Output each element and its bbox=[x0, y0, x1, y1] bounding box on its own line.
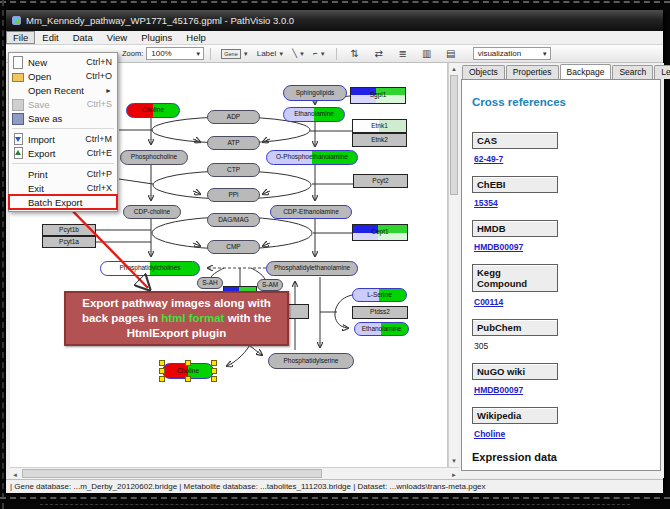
selection-handle[interactable] bbox=[211, 368, 217, 374]
selection-handle[interactable] bbox=[159, 376, 165, 382]
visualization-combobox[interactable]: visualization ▼ bbox=[473, 47, 551, 60]
cross-reference-section: ChEBI15354 bbox=[472, 176, 650, 208]
app-icon bbox=[12, 16, 21, 25]
menu-item-export[interactable]: ExportCtrl+E bbox=[9, 146, 117, 160]
menubar-item-help[interactable]: Help bbox=[179, 31, 213, 44]
menu-item-batch-export[interactable]: Batch Export bbox=[9, 195, 117, 209]
scroll-up-icon[interactable]: ▲ bbox=[451, 64, 457, 74]
menubar-item-view[interactable]: View bbox=[100, 31, 134, 44]
backpage-panel: Cross references CAS62-49-7ChEBI15354HMD… bbox=[461, 79, 661, 471]
horizontal-scroll-thumb[interactable] bbox=[22, 469, 322, 478]
database-name-header: PubChem bbox=[472, 319, 558, 336]
pathway-node-phosphatidylethanolamine[interactable]: Phosphatidylethanolamine bbox=[266, 261, 358, 276]
pathway-node-etnk2[interactable]: Etnk2 bbox=[352, 133, 407, 147]
menu-item-shortcut: Ctrl+M bbox=[85, 134, 112, 144]
pathway-node-phosphocholine[interactable]: Phosphocholine bbox=[120, 150, 188, 165]
title-bar[interactable]: Mm_Kennedy_pathway_WP1771_45176.gpml - P… bbox=[6, 10, 663, 31]
menu-item-save-as[interactable]: Save as bbox=[9, 111, 117, 125]
pathway-node-cdp-ethanolamine[interactable]: CDP-Ethanolamine bbox=[270, 205, 352, 219]
menu-item-label: Import bbox=[28, 134, 85, 145]
menubar-item-plugins[interactable]: Plugins bbox=[134, 31, 179, 44]
menubar-item-file[interactable]: File bbox=[6, 31, 35, 44]
distribute-horizontal-button[interactable]: ⇄ bbox=[368, 47, 390, 61]
external-id-link[interactable]: 15354 bbox=[474, 198, 498, 208]
pathway-node-pcyt2[interactable]: Pcyt2 bbox=[353, 174, 408, 188]
pathway-node-ctp[interactable]: CTP bbox=[207, 163, 260, 177]
selection-handle[interactable] bbox=[211, 360, 217, 366]
stack-columns-button[interactable]: ▥ bbox=[416, 47, 438, 61]
menu-item-import[interactable]: ImportCtrl+M bbox=[9, 132, 117, 146]
menu-item-exit[interactable]: ExitCtrl+X bbox=[9, 181, 117, 195]
menu-item-shortcut: Ctrl+S bbox=[87, 99, 112, 109]
pathway-node-sphingolipids[interactable]: Sphingolipids bbox=[283, 85, 347, 101]
menu-item-label: Export bbox=[28, 148, 87, 159]
menu-item-open[interactable]: OpenCtrl+O bbox=[9, 69, 117, 83]
chevron-down-icon: ▼ bbox=[542, 51, 548, 57]
pathway-node-etnk1[interactable]: Etnk1 bbox=[352, 119, 407, 133]
pathway-node-pcyt1a[interactable]: Pcyt1a bbox=[42, 236, 96, 248]
menu-item-print[interactable]: PrintCtrl+P bbox=[9, 167, 117, 181]
database-id-value: HMDB00097 bbox=[474, 242, 650, 252]
selection-handle[interactable] bbox=[211, 376, 217, 382]
vertical-scroll-thumb[interactable] bbox=[450, 75, 458, 195]
external-id-link[interactable]: C00114 bbox=[474, 297, 503, 307]
pathway-node-phosphatidylserine[interactable]: Phosphatidylserine bbox=[268, 353, 354, 369]
external-id-link[interactable]: Choline bbox=[474, 429, 505, 439]
menu-icon-spacer bbox=[11, 84, 24, 96]
selection-handle[interactable] bbox=[185, 360, 191, 366]
scroll-down-icon[interactable]: ▼ bbox=[451, 456, 457, 466]
pathway-node-atp[interactable]: ATP bbox=[207, 136, 260, 150]
canvas-horizontal-scrollbar[interactable]: ◄ ► bbox=[10, 467, 459, 479]
pathway-node-cdp-choline[interactable]: CDP-choline bbox=[123, 205, 181, 219]
align-vertical-center-button[interactable]: ⇅ bbox=[344, 47, 366, 61]
external-id-link[interactable]: 62-49-7 bbox=[474, 154, 503, 164]
pathway-node-l-serine[interactable]: L-Serine bbox=[352, 288, 407, 302]
line-tool-button[interactable]: ╲ ▼ bbox=[289, 47, 308, 61]
menu-item-label: Print bbox=[28, 169, 87, 180]
stack-rows-button[interactable]: ≣ bbox=[392, 47, 414, 61]
pathway-node-choline-top[interactable]: Choline bbox=[126, 103, 180, 118]
canvas-vertical-scrollbar[interactable]: ▲ ▼ bbox=[448, 63, 459, 467]
pathway-node-sgpl1[interactable]: Sgpl1 bbox=[350, 87, 406, 104]
pathway-node-s-am[interactable]: S-AM bbox=[257, 279, 283, 291]
menubar-item-data[interactable]: Data bbox=[66, 31, 100, 44]
printer-button[interactable]: ▤ bbox=[440, 47, 462, 61]
toolbar-separator bbox=[210, 48, 211, 60]
tab-properties[interactable]: Properties bbox=[506, 65, 559, 79]
pathway-node-ppi[interactable]: PPi bbox=[207, 188, 260, 202]
pathway-node-phosphatidylcholines[interactable]: Phosphatidylcholines bbox=[100, 261, 200, 276]
selection-handle[interactable] bbox=[159, 360, 165, 366]
tab-objects[interactable]: Objects bbox=[462, 65, 505, 79]
menu-item-save[interactable]: SaveCtrl+S bbox=[9, 97, 117, 111]
zoom-combobox[interactable]: 100% ▼ bbox=[146, 47, 204, 60]
selection-handle[interactable] bbox=[159, 368, 165, 374]
window-title: Mm_Kennedy_pathway_WP1771_45176.gpml - P… bbox=[26, 15, 294, 26]
add-datanode-button[interactable]: Gene ▼ bbox=[218, 47, 251, 61]
selection-handle[interactable] bbox=[185, 376, 191, 382]
connector-tool-button[interactable]: ⌐ ▼ bbox=[310, 47, 329, 61]
menubar-item-edit[interactable]: Edit bbox=[35, 31, 65, 44]
pathway-node-ptdss2[interactable]: Ptdss2 bbox=[352, 306, 408, 319]
pathway-node-pcyt1b[interactable]: Pcyt1b bbox=[42, 224, 96, 236]
torn-edge-left bbox=[2, 0, 4, 509]
pathway-node-ethanolamine-bottom[interactable]: Ethanolamine bbox=[354, 322, 409, 336]
pathway-node-s-ah[interactable]: S-AH bbox=[197, 277, 223, 289]
tab-search[interactable]: Search bbox=[612, 65, 653, 79]
add-label-button[interactable]: Label ▼ bbox=[254, 47, 288, 61]
pathway-node-o-phosphoethanolamine[interactable]: O-Phosphoethanolamine bbox=[266, 150, 358, 165]
pathway-node-cept1[interactable]: Cept1 bbox=[352, 224, 408, 241]
pathway-node-adp[interactable]: ADP bbox=[207, 110, 260, 124]
external-id-link[interactable]: HMDB00097 bbox=[474, 385, 523, 395]
tab-legend[interactable]: Legend bbox=[654, 65, 670, 79]
external-id-link[interactable]: HMDB00097 bbox=[474, 242, 523, 252]
stack-columns-icon: ▥ bbox=[419, 48, 435, 59]
chevron-down-icon: ▼ bbox=[320, 51, 326, 57]
tab-backpage[interactable]: Backpage bbox=[560, 64, 612, 80]
pathway-node-cmp[interactable]: CMP bbox=[207, 240, 260, 254]
pathway-node-ethanolamine-top[interactable]: Ethanolamine bbox=[283, 107, 345, 122]
pathway-node-dag-mag[interactable]: DAG/MAG bbox=[207, 213, 260, 227]
menu-item-open-recent[interactable]: Open Recent► bbox=[9, 83, 117, 97]
menu-item-label: Save bbox=[28, 99, 87, 110]
distribute-horizontal-icon: ⇄ bbox=[371, 48, 387, 59]
menu-item-new[interactable]: NewCtrl+N bbox=[9, 55, 117, 69]
